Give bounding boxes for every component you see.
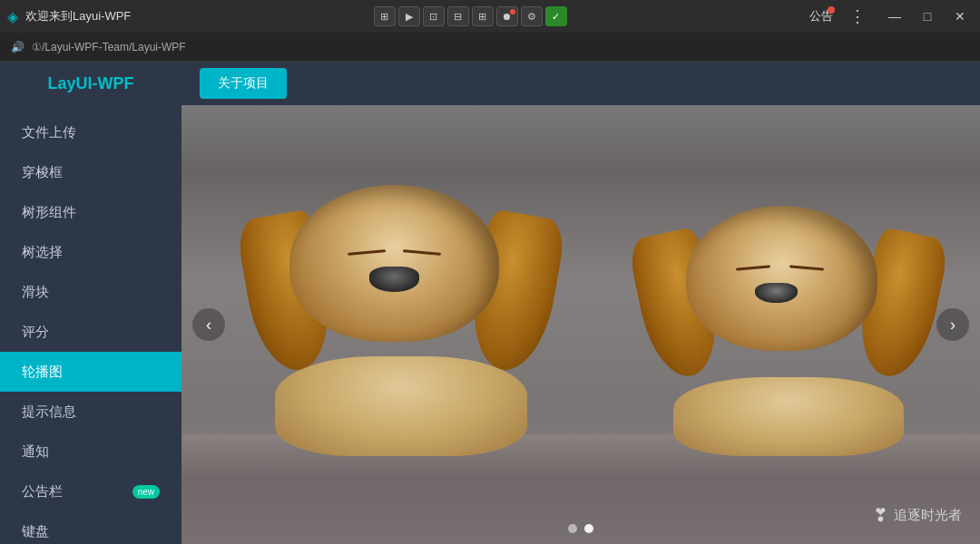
toolbar-btn-check[interactable]: ✓ [545, 6, 567, 26]
sidebar-item-notification[interactable]: 通知 [0, 432, 181, 471]
close-btn[interactable]: ✕ [947, 6, 973, 26]
puppy-right-paws [673, 377, 903, 456]
puppy-left-nose [369, 267, 419, 292]
win-controls: — □ ✕ [882, 6, 973, 26]
speaker-icon: 🔊 [11, 41, 24, 53]
minimize-btn[interactable]: — [882, 6, 907, 26]
toolbar-btn-4[interactable]: ⊟ [447, 6, 469, 26]
watermark-icon: ❣ [873, 504, 888, 526]
tab-about-project[interactable]: 关于项目 [200, 68, 287, 99]
carousel-image [181, 105, 980, 544]
sidebar-item-shuttle[interactable]: 穿梭框 [0, 152, 181, 192]
puppy-left-eye-left [348, 249, 386, 256]
title-bar-right: 公告 ⋮ — □ ✕ [809, 3, 973, 30]
bulletin-badge: new [132, 485, 160, 499]
window-title: 欢迎来到Layui-WPF [25, 8, 131, 24]
sidebar-item-bulletin[interactable]: 公告栏 new [0, 471, 181, 511]
puppy-left-eye-right [402, 249, 440, 256]
puppy-left-paws [275, 356, 526, 456]
sidebar-item-file-upload[interactable]: 文件上传 [0, 112, 181, 152]
toolbar-btn-3[interactable]: ⊡ [423, 6, 445, 26]
carousel: ‹ › ❣ 追逐时光者 [181, 105, 980, 544]
carousel-dot-2[interactable] [584, 524, 593, 533]
carousel-dots [568, 524, 593, 533]
notification-btn[interactable]: 公告 [809, 8, 833, 24]
watermark: ❣ 追逐时光者 [873, 504, 962, 526]
sidebar-title: LayUI-WPF [47, 74, 133, 93]
puppy-right [661, 193, 916, 456]
title-bar-left: ◈ 欢迎来到Layui-WPF [7, 8, 131, 25]
toolbar-btn-record[interactable]: ⏺ [496, 6, 518, 26]
toolbar-btn-settings[interactable]: ⚙ [521, 6, 543, 26]
menu-dots-btn[interactable]: ⋮ [844, 3, 871, 30]
sidebar-logo: LayUI-WPF [0, 62, 181, 105]
puppy-right-head [686, 206, 877, 351]
notification-dot [828, 6, 835, 14]
tab-bar: LayUI-WPF 关于项目 [0, 62, 980, 105]
watermark-text: 追逐时光者 [894, 507, 962, 524]
app-icon: ◈ [7, 8, 18, 25]
puppy-left-head [289, 185, 499, 342]
toolbar-btn-1[interactable]: ⊞ [374, 6, 396, 26]
content-area: ‹ › ❣ 追逐时光者 [181, 105, 980, 544]
breadcrumb-text: ①/Layui-WPF-Team/Layui-WPF [32, 41, 186, 53]
maximize-btn[interactable]: □ [915, 6, 940, 26]
sidebar-item-slider[interactable]: 滑块 [0, 272, 181, 312]
sidebar: 文件上传 穿梭框 树形组件 树选择 滑块 评分 轮播图 提示信息 通知 公告栏 … [0, 105, 181, 544]
puppy-right-nose [755, 283, 797, 303]
sidebar-item-rating[interactable]: 评分 [0, 312, 181, 352]
puppy-left [261, 171, 541, 457]
toolbar-btn-5[interactable]: ⊞ [472, 6, 494, 26]
puppy-right-eye-left [736, 266, 770, 271]
main-layout: 文件上传 穿梭框 树形组件 树选择 滑块 评分 轮播图 提示信息 通知 公告栏 … [0, 105, 980, 544]
breadcrumb-bar: 🔊 ①/Layui-WPF-Team/Layui-WPF [0, 33, 980, 62]
sidebar-item-carousel[interactable]: 轮播图 [0, 352, 181, 392]
sidebar-item-tooltip[interactable]: 提示信息 [0, 392, 181, 432]
carousel-dot-1[interactable] [568, 524, 577, 533]
carousel-prev-btn[interactable]: ‹ [192, 308, 225, 341]
puppy-right-eye-right [789, 266, 824, 271]
toolbar-btn-2[interactable]: ▶ [398, 6, 420, 26]
sidebar-item-keyboard[interactable]: 键盘 [0, 511, 181, 544]
sidebar-item-tree-component[interactable]: 树形组件 [0, 192, 181, 232]
toolbar-group: ⊞ ▶ ⊡ ⊟ ⊞ ⏺ ⚙ ✓ [374, 6, 567, 26]
title-bar: ◈ 欢迎来到Layui-WPF ⊞ ▶ ⊡ ⊟ ⊞ ⏺ ⚙ ✓ 公告 ⋮ — □… [0, 0, 980, 33]
sidebar-item-tree-select[interactable]: 树选择 [0, 232, 181, 272]
carousel-next-btn[interactable]: › [936, 308, 969, 341]
